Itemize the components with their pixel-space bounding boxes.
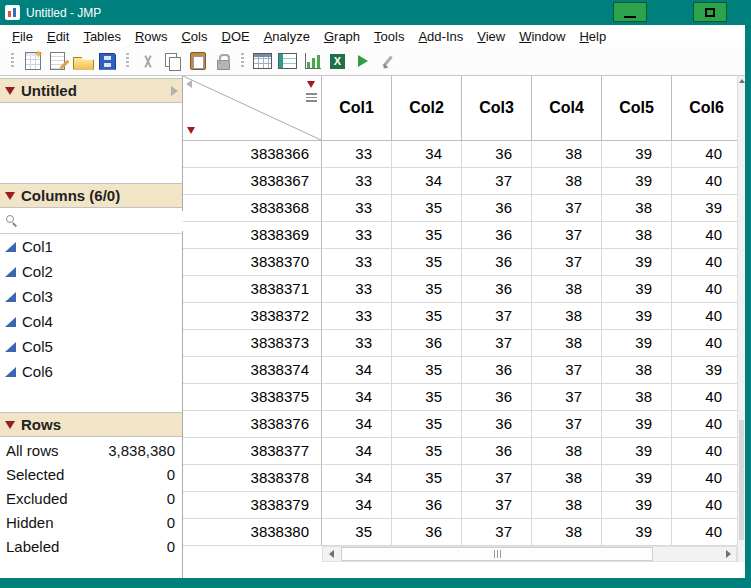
table-view-icon[interactable] [251, 50, 274, 73]
data-cell[interactable]: 35 [392, 384, 462, 411]
data-cell[interactable]: 40 [672, 411, 737, 438]
data-cell[interactable]: 39 [602, 519, 672, 546]
data-cell[interactable]: 34 [322, 357, 392, 384]
data-cell[interactable]: 38 [532, 276, 602, 303]
data-cell[interactable]: 39 [602, 276, 672, 303]
row-number[interactable]: 3838377 [183, 438, 322, 465]
row-number[interactable]: 3838379 [183, 492, 322, 519]
row-number[interactable]: 3838368 [183, 195, 322, 222]
data-cell[interactable]: 39 [672, 195, 737, 222]
data-cell[interactable]: 40 [672, 465, 737, 492]
row-number[interactable]: 3838376 [183, 411, 322, 438]
data-cell[interactable]: 37 [532, 384, 602, 411]
data-cell[interactable]: 34 [322, 492, 392, 519]
data-cell[interactable]: 40 [672, 492, 737, 519]
data-cell[interactable]: 33 [322, 195, 392, 222]
data-cell[interactable]: 38 [532, 519, 602, 546]
data-cell[interactable]: 40 [672, 222, 737, 249]
run-script-icon[interactable] [351, 50, 374, 73]
column-item-col5[interactable]: Col5 [0, 334, 182, 359]
column-header-col3[interactable]: Col3 [462, 76, 532, 141]
column-item-col6[interactable]: Col6 [0, 359, 182, 384]
data-cell[interactable]: 35 [392, 222, 462, 249]
new-journal-icon[interactable] [46, 50, 69, 73]
data-cell[interactable]: 36 [462, 384, 532, 411]
data-cell[interactable]: 39 [602, 141, 672, 168]
data-cell[interactable]: 34 [392, 141, 462, 168]
minimize-button[interactable] [613, 2, 647, 22]
data-cell[interactable]: 38 [602, 357, 672, 384]
journal-view-icon[interactable] [276, 50, 299, 73]
row-number[interactable]: 3838370 [183, 249, 322, 276]
data-cell[interactable]: 39 [602, 465, 672, 492]
data-cell[interactable]: 35 [392, 357, 462, 384]
table-panel-header[interactable]: Untitled [0, 78, 182, 103]
data-cell[interactable]: 40 [672, 141, 737, 168]
data-cell[interactable]: 35 [392, 411, 462, 438]
lock-icon[interactable] [211, 50, 234, 73]
scroll-right-button[interactable] [720, 547, 736, 561]
data-cell[interactable]: 38 [532, 438, 602, 465]
data-cell[interactable]: 40 [672, 438, 737, 465]
column-header-col2[interactable]: Col2 [392, 76, 462, 141]
data-cell[interactable]: 35 [322, 519, 392, 546]
vertical-scroll-thumb[interactable] [739, 420, 744, 540]
data-cell[interactable]: 37 [462, 492, 532, 519]
data-cell[interactable]: 37 [532, 195, 602, 222]
vertical-scrollbar[interactable] [737, 76, 745, 562]
column-header-col4[interactable]: Col4 [532, 76, 602, 141]
row-number[interactable]: 3838372 [183, 303, 322, 330]
red-triangle-icon[interactable] [5, 87, 15, 95]
data-cell[interactable]: 33 [322, 168, 392, 195]
data-cell[interactable]: 39 [602, 303, 672, 330]
row-number[interactable]: 3838369 [183, 222, 322, 249]
data-cell[interactable]: 38 [532, 492, 602, 519]
data-cell[interactable]: 37 [462, 519, 532, 546]
data-cell[interactable]: 36 [392, 519, 462, 546]
data-cell[interactable]: 33 [322, 303, 392, 330]
row-number[interactable]: 3838366 [183, 141, 322, 168]
cut-icon[interactable] [136, 50, 159, 73]
rows-menu-red-triangle-icon[interactable] [187, 127, 195, 134]
data-cell[interactable]: 38 [532, 141, 602, 168]
row-number[interactable]: 3838374 [183, 357, 322, 384]
data-cell[interactable]: 33 [322, 276, 392, 303]
data-cell[interactable]: 35 [392, 195, 462, 222]
data-cell[interactable]: 37 [532, 222, 602, 249]
maximize-button[interactable] [693, 2, 727, 22]
data-cell[interactable]: 34 [322, 411, 392, 438]
data-cell[interactable]: 37 [462, 330, 532, 357]
menu-rows[interactable]: Rows [128, 26, 175, 47]
data-cell[interactable]: 40 [672, 168, 737, 195]
menu-cols[interactable]: Cols [174, 26, 214, 47]
column-lines-icon[interactable] [306, 93, 317, 102]
data-cell[interactable]: 37 [532, 411, 602, 438]
columns-search-input[interactable] [22, 211, 198, 231]
column-header-col6[interactable]: Col6 [672, 76, 737, 141]
data-cell[interactable]: 36 [392, 330, 462, 357]
rows-panel-header[interactable]: Rows [0, 412, 182, 437]
data-cell[interactable]: 35 [392, 249, 462, 276]
menu-analyze[interactable]: Analyze [257, 26, 317, 47]
excel-import-icon[interactable] [326, 50, 349, 73]
data-cell[interactable]: 40 [672, 384, 737, 411]
row-number[interactable]: 3838378 [183, 465, 322, 492]
row-number[interactable]: 3838375 [183, 384, 322, 411]
data-cell[interactable]: 36 [462, 357, 532, 384]
grid-corner-cell[interactable] [183, 76, 322, 141]
menu-add-ins[interactable]: Add-Ins [411, 26, 470, 47]
data-cell[interactable]: 38 [532, 465, 602, 492]
data-cell[interactable]: 38 [602, 222, 672, 249]
data-cell[interactable]: 36 [462, 222, 532, 249]
menu-file[interactable]: File [5, 26, 40, 47]
data-cell[interactable]: 35 [392, 276, 462, 303]
menu-view[interactable]: View [470, 26, 512, 47]
data-cell[interactable]: 34 [392, 168, 462, 195]
annotate-icon[interactable] [376, 50, 399, 73]
data-cell[interactable]: 36 [392, 492, 462, 519]
data-cell[interactable]: 40 [672, 330, 737, 357]
data-cell[interactable]: 33 [322, 141, 392, 168]
data-cell[interactable]: 37 [532, 357, 602, 384]
menu-edit[interactable]: Edit [40, 26, 76, 47]
data-cell[interactable]: 40 [672, 303, 737, 330]
